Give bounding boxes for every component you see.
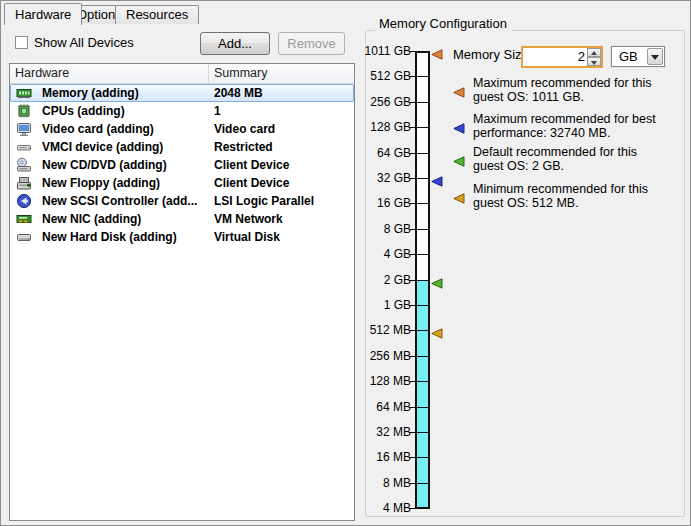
slider-tick-label: 4 MB xyxy=(363,502,411,514)
show-all-devices-label: Show All Devices xyxy=(34,35,134,50)
device-summary: LSI Logic Parallel xyxy=(214,192,352,210)
device-summary: 2048 MB xyxy=(214,84,352,102)
table-row[interactable]: New Hard Disk (adding)Virtual Disk xyxy=(10,228,354,246)
slider-tick-label: 8 MB xyxy=(363,477,411,489)
device-list-header: Hardware Summary xyxy=(10,64,354,84)
nic-icon xyxy=(16,211,32,227)
hard-disk-icon xyxy=(16,229,32,245)
column-header-summary[interactable]: Summary xyxy=(209,64,354,83)
table-row[interactable]: VMCI device (adding)Restricted xyxy=(10,138,354,156)
remove-button[interactable]: Remove xyxy=(278,32,345,55)
table-row[interactable]: New NIC (adding)VM Network xyxy=(10,210,354,228)
slider-tick xyxy=(409,76,430,77)
column-header-hardware[interactable]: Hardware xyxy=(10,64,209,83)
slider-tick-label: 32 MB xyxy=(363,426,411,438)
remove-button-label: Remove xyxy=(279,33,344,54)
memory-configuration-title: Memory Configuration xyxy=(375,16,511,31)
slider-tick-label: 256 GB xyxy=(363,96,411,108)
table-row[interactable]: Video card (adding)Video card xyxy=(10,120,354,138)
table-row[interactable]: Memory (adding)2048 MB xyxy=(10,84,354,102)
slider-tick xyxy=(409,254,430,255)
device-name: CPUs (adding) xyxy=(42,102,210,120)
table-row[interactable]: New CD/DVD (adding)Client Device xyxy=(10,156,354,174)
cpu-icon xyxy=(16,103,32,119)
memory-size-input[interactable]: 2 xyxy=(521,46,603,68)
device-rows: Memory (adding)2048 MBCPUs (adding)1Vide… xyxy=(10,84,354,246)
device-name: Memory (adding) xyxy=(42,84,210,102)
slider-tick-label: 8 GB xyxy=(363,223,411,235)
recommendation-note: Maximum recommended for bestperformance:… xyxy=(453,112,678,146)
slider-tick-label: 32 GB xyxy=(363,172,411,184)
memory-unit-value: GB xyxy=(619,47,638,66)
chevron-down-icon[interactable] xyxy=(647,48,663,65)
memory-size-value: 2 xyxy=(578,48,585,66)
slider-tick xyxy=(409,153,430,154)
tab-hardware[interactable]: Hardware xyxy=(4,3,82,25)
minimum-recommended-marker-icon xyxy=(431,325,443,336)
tab-resources[interactable]: Resources xyxy=(115,5,199,24)
slider-tick-label: 128 GB xyxy=(363,121,411,133)
recommendation-note: Maximum recommended for thisguest OS: 10… xyxy=(453,76,678,110)
note-text: Minimum recommended for thisguest OS: 51… xyxy=(473,182,648,210)
device-summary: Client Device xyxy=(214,174,352,192)
slider-tick-label: 64 GB xyxy=(363,147,411,159)
recommendation-note: Minimum recommended for thisguest OS: 51… xyxy=(453,182,678,216)
slider-tick xyxy=(409,483,430,484)
device-name: New SCSI Controller (add... xyxy=(42,192,210,210)
note-text: Maximum recommended for thisguest OS: 10… xyxy=(473,76,652,104)
slider-tick-label: 16 GB xyxy=(363,197,411,209)
note-text: Maximum recommended for bestperformance:… xyxy=(473,112,656,140)
device-summary: Restricted xyxy=(214,138,352,156)
memory-icon xyxy=(16,85,32,101)
table-row[interactable]: CPUs (adding)1 xyxy=(10,102,354,120)
slider-tick xyxy=(409,457,430,458)
slider-tick-label: 512 MB xyxy=(363,324,411,336)
slider-tick-label: 256 MB xyxy=(363,350,411,362)
device-name: VMCI device (adding) xyxy=(42,138,210,156)
cd-dvd-icon xyxy=(16,157,32,173)
device-summary: Virtual Disk xyxy=(214,228,352,246)
slider-tick xyxy=(409,127,430,128)
device-summary: 1 xyxy=(214,102,352,120)
memory-unit-dropdown[interactable]: GB xyxy=(611,46,665,67)
recommendation-note: Default recommended for thisguest OS: 2 … xyxy=(453,145,678,179)
scsi-controller-icon xyxy=(16,193,32,209)
memory-slider-fill xyxy=(417,280,428,507)
vm-settings-dialog: Hardware Options Resources Show All Devi… xyxy=(0,0,691,526)
maximum-for-guest-os-marker-icon xyxy=(431,46,443,57)
video-card-icon xyxy=(16,121,32,137)
slider-tick-label: 1011 GB xyxy=(363,45,411,57)
slider-tick xyxy=(409,178,430,179)
add-button[interactable]: Add... xyxy=(200,32,270,55)
slider-tick xyxy=(409,508,430,509)
device-list: Hardware Summary Memory (adding)2048 MBC… xyxy=(9,63,355,521)
slider-tick xyxy=(409,381,430,382)
device-summary: VM Network xyxy=(214,210,352,228)
device-summary: Video card xyxy=(214,120,352,138)
note-text: Default recommended for thisguest OS: 2 … xyxy=(473,145,637,173)
slider-tick-label: 2 GB xyxy=(363,274,411,286)
vmci-device-icon xyxy=(16,139,32,155)
device-name: Video card (adding) xyxy=(42,120,210,138)
add-button-label: Add... xyxy=(201,33,269,54)
slider-tick xyxy=(409,330,430,331)
spin-down-button[interactable] xyxy=(587,57,601,66)
device-name: New Hard Disk (adding) xyxy=(42,228,210,246)
slider-tick xyxy=(409,102,430,103)
table-row[interactable]: New Floppy (adding)Client Device xyxy=(10,174,354,192)
spin-up-button[interactable] xyxy=(587,48,601,57)
slider-tick-label: 1 GB xyxy=(363,299,411,311)
slider-tick xyxy=(409,305,430,306)
show-all-devices-checkbox[interactable] xyxy=(15,36,28,49)
device-name: New Floppy (adding) xyxy=(42,174,210,192)
slider-tick xyxy=(409,51,430,52)
maximum-best-performance-marker-icon xyxy=(431,173,443,184)
slider-tick-label: 16 MB xyxy=(363,451,411,463)
slider-tick-label: 512 GB xyxy=(363,70,411,82)
table-row[interactable]: New SCSI Controller (add...LSI Logic Par… xyxy=(10,192,354,210)
device-summary: Client Device xyxy=(214,156,352,174)
slider-tick xyxy=(409,280,430,281)
slider-tick xyxy=(409,203,430,204)
slider-tick-label: 64 MB xyxy=(363,401,411,413)
device-name: New NIC (adding) xyxy=(42,210,210,228)
